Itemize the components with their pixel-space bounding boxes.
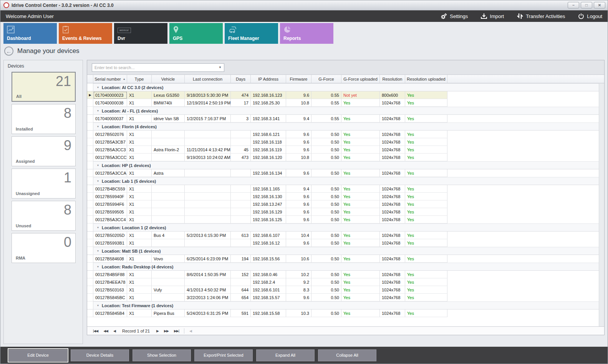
cell-serial[interactable]: 00127B599505 <box>93 208 127 216</box>
tab-reports[interactable]: Reports <box>280 23 333 44</box>
table-row[interactable]: 00127B4EEA78X1192.168.2.49.20.50Yes1024x… <box>87 278 604 286</box>
minimize-button[interactable]: – <box>568 2 579 8</box>
device-filter-card-installed[interactable]: 8Installed <box>12 104 76 134</box>
cell-resolution-uploaded[interactable]: Yes <box>405 138 447 146</box>
cell-days[interactable] <box>231 200 251 208</box>
group-row[interactable]: ▾Location: Florin (4 devices) <box>87 122 604 131</box>
next-page-button[interactable]: ▶▶ <box>164 329 169 333</box>
cell-last-connection[interactable] <box>185 278 231 286</box>
cell-gforce-uploaded[interactable]: Yes <box>341 169 380 177</box>
cell-type[interactable]: X1 <box>127 154 152 161</box>
column-header-gforce[interactable]: G-Force <box>311 75 341 83</box>
cell-ip[interactable]: 192.168.16.12 <box>251 239 286 247</box>
cell-firmware[interactable]: 10.3 <box>286 309 311 317</box>
tab-events-reviews[interactable]: Events & Reviews <box>59 23 112 44</box>
cell-firmware[interactable]: 9.6 <box>286 146 311 154</box>
cell-vehicle[interactable] <box>152 185 185 193</box>
cell-last-connection[interactable] <box>185 185 231 193</box>
cell-type[interactable]: X1 <box>127 286 152 294</box>
edit-device-button[interactable]: Edit Device <box>9 349 67 361</box>
cell-ip[interactable]: 192.168.6.121 <box>251 131 286 138</box>
cell-serial[interactable]: 00127B5993B1 <box>93 239 127 247</box>
cell-gforce-uploaded[interactable]: Yes <box>341 278 380 286</box>
cell-days[interactable] <box>231 239 251 247</box>
cell-resolution-uploaded[interactable]: Yes <box>405 255 447 263</box>
cell-ip[interactable]: 192.168.16.134 <box>251 169 286 177</box>
maximize-button[interactable]: □ <box>581 2 592 8</box>
cell-vehicle[interactable]: Astra <box>152 169 185 177</box>
import-button[interactable]: Import <box>481 13 504 19</box>
back-button[interactable]: ← <box>4 46 13 56</box>
group-row[interactable]: ▾Location: HP (1 devices) <box>87 161 604 169</box>
table-row[interactable]: 00127B502076X1192.168.6.1219.60.50Yes102… <box>87 131 604 138</box>
cell-gforce[interactable]: 0.50 <box>311 169 341 177</box>
cell-vehicle[interactable] <box>152 271 185 278</box>
cell-last-connection[interactable]: 5/24/2013 6:31:25 PM <box>185 309 231 317</box>
cell-gforce-uploaded[interactable]: Yes <box>341 216 380 223</box>
cell-gforce[interactable]: 0.50 <box>311 309 341 317</box>
cell-resolution-uploaded[interactable]: Yes <box>405 131 447 138</box>
tab-dvr[interactable]: MERGE Dvr <box>114 23 167 44</box>
cell-days[interactable]: 473 <box>231 154 251 161</box>
cell-resolution[interactable]: 1024x768 <box>380 115 405 122</box>
cell-gforce-uploaded[interactable]: Yes <box>341 232 380 239</box>
cell-days[interactable] <box>231 216 251 223</box>
cell-resolution-uploaded[interactable]: Yes <box>405 309 447 317</box>
scroll-left-button[interactable]: ◀ <box>189 329 192 333</box>
column-header-type[interactable]: Type <box>127 75 152 83</box>
column-header-serial-number[interactable]: Serial number▲ <box>93 75 127 83</box>
cell-last-connection[interactable] <box>185 200 231 208</box>
table-row[interactable]: 00127B5A3CC4X1192.168.16.1259.60.50Yes10… <box>87 216 604 223</box>
cell-last-connection[interactable] <box>185 208 231 216</box>
export-print-selected-button[interactable]: Export/Print Selected <box>194 349 253 361</box>
cell-serial[interactable]: 017040000037 <box>93 115 127 122</box>
cell-gforce-uploaded[interactable]: Yes <box>341 99 380 107</box>
cell-resolution[interactable]: 1024x768 <box>380 131 405 138</box>
cell-last-connection[interactable]: 9/19/2013 10:24:02 AM <box>185 154 231 161</box>
search-input[interactable]: Enter text to search... ▼ <box>92 63 224 72</box>
column-header-resolution-uploaded[interactable]: Resolution uploaded <box>405 75 447 83</box>
cell-resolution[interactable]: 1024x768 <box>380 294 405 301</box>
cell-serial[interactable]: 00127B5A3CCC <box>93 154 127 161</box>
cell-last-connection[interactable] <box>185 169 231 177</box>
cell-gforce-uploaded[interactable]: Yes <box>341 185 380 193</box>
cell-resolution[interactable]: 1024x768 <box>380 239 405 247</box>
cell-days[interactable]: 194 <box>231 255 251 263</box>
cell-days[interactable] <box>231 131 251 138</box>
collapse-expander-icon[interactable]: ▾ <box>97 304 99 307</box>
cell-ip[interactable]: 192.168.16.129 <box>251 208 286 216</box>
first-record-button[interactable]: |◀◀ <box>93 329 98 333</box>
cell-type[interactable]: X1 <box>127 309 152 317</box>
cell-resolution-uploaded[interactable]: Yes <box>405 169 447 177</box>
collapse-expander-icon[interactable]: ▾ <box>97 125 99 128</box>
cell-vehicle[interactable] <box>152 294 185 301</box>
cell-type[interactable]: X1 <box>127 131 152 138</box>
column-header-vehicle[interactable]: Vehicle <box>152 75 185 83</box>
cell-resolution[interactable]: 1024x768 <box>380 255 405 263</box>
table-row[interactable]: 00127B5A3CB7X1192.168.16.1189.60.50Yes10… <box>87 138 604 146</box>
cell-type[interactable]: X1 <box>127 200 152 208</box>
prev-record-button[interactable]: ◀ <box>113 329 116 333</box>
cell-resolution[interactable]: 800x600 <box>380 91 405 99</box>
table-row[interactable]: ▶017040000023X1Lexus GS3509/18/2013 5:30… <box>87 91 604 99</box>
cell-ip[interactable]: 192.168.1.165 <box>251 185 286 193</box>
cell-last-connection[interactable] <box>185 131 231 138</box>
cell-vehicle[interactable]: Astra Florin-2 <box>152 146 185 154</box>
cell-type[interactable]: X1 <box>127 146 152 154</box>
cell-gforce[interactable]: 0.50 <box>311 146 341 154</box>
cell-type[interactable]: X1 <box>127 294 152 301</box>
cell-resolution-uploaded[interactable]: Yes <box>405 239 447 247</box>
cell-resolution-uploaded[interactable]: Yes <box>405 154 447 161</box>
cell-resolution[interactable]: 1024x768 <box>380 278 405 286</box>
cell-days[interactable]: 613 <box>231 232 251 239</box>
tab-gps[interactable]: GPS <box>169 23 223 44</box>
table-row[interactable]: 00127B50205DX1Bus 45/2/2013 6:15:30 PM61… <box>87 232 604 239</box>
cell-gforce[interactable]: 0.50 <box>311 185 341 193</box>
cell-gforce[interactable]: 0.50 <box>311 131 341 138</box>
cell-gforce-uploaded[interactable]: Yes <box>341 208 380 216</box>
cell-ip[interactable]: 192.168.15.56 <box>251 255 286 263</box>
cell-vehicle[interactable]: Bus 4 <box>152 232 185 239</box>
cell-serial[interactable]: 00127B5994F6 <box>93 200 127 208</box>
cell-gforce[interactable]: 0.50 <box>311 208 341 216</box>
cell-vehicle[interactable]: Vufy <box>152 286 185 294</box>
